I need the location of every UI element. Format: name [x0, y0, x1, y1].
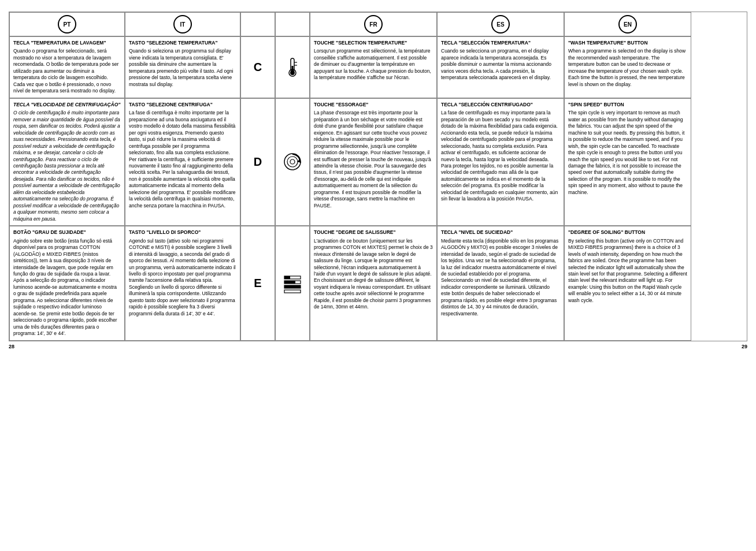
row-e-es-title: TECLA "NIVEL DE SUCIEDAD": [441, 229, 560, 236]
svg-rect-16: [284, 285, 301, 288]
row-d-icon: [275, 98, 310, 226]
row-c-fr-title: TOUCHE "SELECTION TEMPERATURE": [314, 40, 433, 46]
row-c-es-title: TECLA "SELECCIÓN TEMPERATURA": [441, 40, 560, 46]
row-e-fr-title: TOUCHE "DEGRE DE SALISSURE": [314, 229, 433, 236]
row-d-it-body: La fase di centrifuga è molto importante…: [129, 110, 236, 209]
page-numbers: 28 29: [9, 344, 747, 349]
row-e-es-body: Mediante esta tecla (disponible sólo en …: [441, 238, 560, 318]
row-e-it-title: TASTO "LIVELLO DI SPORCO": [129, 229, 236, 236]
header-pt: PT: [9, 12, 125, 36]
row-d-it: TASTO "SELEZIONE CENTRIFUGA" La fase di …: [125, 98, 240, 226]
row-e-pt-body: Agindo sobre este botão (esta função só …: [13, 238, 121, 337]
row-d-fr-body: La phase d'essorage est très importante …: [314, 110, 433, 209]
row-e-pt: BOTÃO "GRAU DE SUJIDADE" Agindo sobre es…: [9, 226, 125, 341]
it-label: IT: [180, 21, 186, 28]
es-icon: ES: [491, 15, 510, 33]
row-c-pt-title: TECLA "TEMPERATURA DE LAVAGEM": [13, 40, 121, 46]
row-c-it: TASTO "SELEZIONE TEMPERATURA" Quando si …: [125, 36, 240, 98]
row-d-en-body: The spin cycle is very important to remo…: [568, 110, 687, 196]
svg-point-5: [290, 70, 295, 75]
row-e-en: "DEGREE OF SOILING" BUTTON By selecting …: [564, 226, 691, 341]
row-c-en-body: When a programme is selected on the disp…: [568, 48, 687, 88]
row-c-it-body: Quando si seleziona un programma sul dis…: [129, 48, 236, 88]
it-icon: IT: [173, 15, 192, 33]
row-c-es: TECLA "SELECCIÓN TEMPERATURA" Cuando se …: [437, 36, 564, 98]
soiling-icon: [281, 271, 304, 295]
row-d-en: "SPIN SPEED" BUTTON The spin cycle is ve…: [564, 98, 691, 226]
row-d-fr: TOUCHE "ESSORAGE" La phase d'essorage es…: [310, 98, 437, 226]
row-d-pt: TECLA "VELOCIDADE DE CENTRIFUGAÇÃO" O ci…: [9, 98, 125, 226]
row-e-it-body: Agendo sul tasto (attivo solo nei progra…: [129, 238, 236, 318]
header-en: EN: [564, 12, 691, 36]
header-it: IT: [125, 12, 240, 36]
main-grid: PT IT FR ES EN TECLA "TEMPERATURA: [9, 12, 747, 341]
svg-rect-15: [284, 281, 295, 284]
row-e-es: TECLA "NIVEL DE SUCIEDAD" Mediante esta …: [437, 226, 564, 341]
row-d-en-title: "SPIN SPEED" BUTTON: [568, 102, 687, 108]
row-d-pt-title: TECLA "VELOCIDADE DE CENTRIFUGAÇÃO": [13, 102, 121, 108]
fr-icon: FR: [364, 15, 383, 33]
row-e-fr: TOUCHE "DEGRE DE SALISSURE" L'activation…: [310, 226, 437, 341]
row-d-fr-title: TOUCHE "ESSORAGE": [314, 102, 433, 108]
en-icon: EN: [618, 15, 637, 33]
page-right: 29: [742, 344, 747, 349]
header-fr: FR: [310, 12, 437, 36]
row-c-en: "WASH TEMPERATURE" BUTTON When a program…: [564, 36, 691, 98]
en-label: EN: [624, 21, 632, 28]
row-c-fr-body: Lorsqu'un programme est sélectionné, la …: [314, 48, 433, 81]
temperature-icon: [281, 55, 304, 79]
pt-icon: PT: [58, 15, 76, 33]
spin-icon: [281, 150, 304, 173]
es-label: ES: [496, 21, 504, 28]
svg-point-8: [290, 159, 295, 164]
row-d-it-title: TASTO "SELEZIONE CENTRIFUGA": [129, 102, 236, 108]
row-c-es-body: Cuando se selecciona un programa, en el …: [441, 48, 560, 81]
row-c-it-title: TASTO "SELEZIONE TEMPERATURA": [129, 40, 236, 46]
row-e-it: TASTO "LIVELLO DI SPORCO" Agendo sul tas…: [125, 226, 240, 341]
row-e-icon: [275, 226, 310, 341]
row-c-icon: [275, 36, 310, 98]
header-es: ES: [437, 12, 564, 36]
row-c-fr: TOUCHE "SELECTION TEMPERATURE" Lorsqu'un…: [310, 36, 437, 98]
pt-label: PT: [64, 21, 71, 28]
row-d-es-body: La fase de centrifugado es muy important…: [441, 110, 560, 203]
row-e-letter: E: [240, 226, 275, 341]
row-c-letter: C: [240, 36, 275, 98]
row-d-letter: D: [240, 98, 275, 226]
header-letter: [240, 12, 275, 36]
fr-label: FR: [369, 21, 377, 28]
row-c-en-title: "WASH TEMPERATURE" BUTTON: [568, 40, 687, 46]
row-e-en-body: By selecting this button (active only on…: [568, 238, 687, 304]
svg-point-7: [287, 157, 298, 167]
row-c-pt: TECLA "TEMPERATURA DE LAVAGEM" Quando o …: [9, 36, 125, 98]
svg-rect-14: [284, 276, 290, 279]
header-icon: [275, 12, 310, 36]
svg-rect-13: [284, 290, 301, 293]
page-left: 28: [9, 344, 14, 349]
row-d-es: TECLA "SELECCIÓN CENTRIFUGADO" La fase d…: [437, 98, 564, 226]
page: PT IT FR ES EN TECLA "TEMPERATURA: [0, 0, 756, 551]
row-e-pt-title: BOTÃO "GRAU DE SUJIDADE": [13, 229, 121, 236]
row-c-pt-body: Quando o programa for seleccionado, será…: [13, 48, 121, 94]
row-d-pt-body: O ciclo de centrifugação é muito importa…: [13, 110, 121, 222]
row-e-en-title: "DEGREE OF SOILING" BUTTON: [568, 229, 687, 236]
row-e-fr-body: L'activation de ce bouton (uniquement su…: [314, 238, 433, 311]
row-d-es-title: TECLA "SELECCIÓN CENTRIFUGADO": [441, 102, 560, 108]
